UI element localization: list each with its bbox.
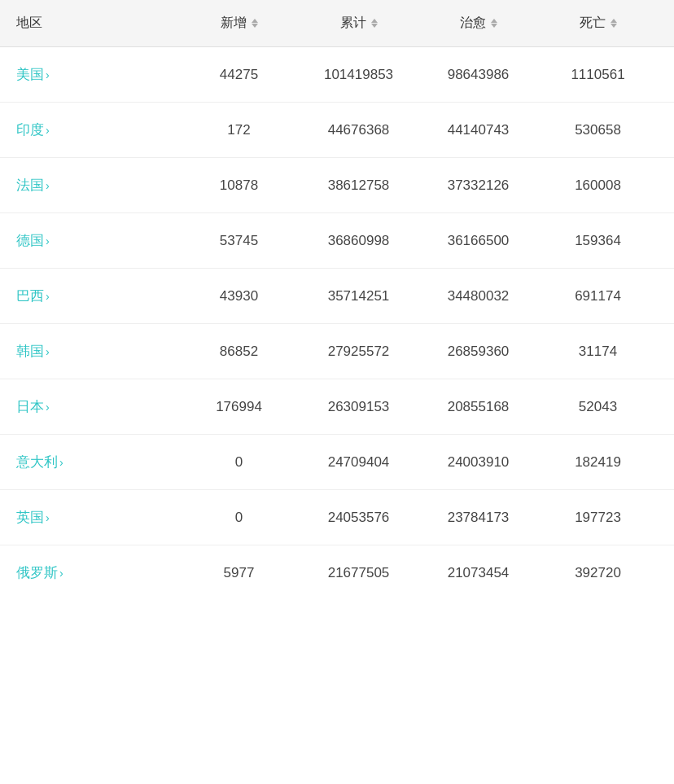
region-name: 英国 xyxy=(16,508,44,527)
region-name: 印度 xyxy=(16,120,44,139)
total-cases-cell: 26309153 xyxy=(299,399,418,415)
header-total[interactable]: 累计 xyxy=(299,15,418,32)
new-cases-cell: 0 xyxy=(179,454,299,471)
deaths-cell: 197723 xyxy=(538,510,658,526)
total-cases-cell: 27925572 xyxy=(299,344,418,360)
new-cases-cell: 44275 xyxy=(179,67,299,83)
sort-total-icon xyxy=(371,19,378,28)
region-name: 韩国 xyxy=(16,342,44,361)
region-name: 美国 xyxy=(16,65,44,84)
total-cases-cell: 21677505 xyxy=(299,565,418,581)
region-cell-0[interactable]: 美国 › xyxy=(16,65,179,84)
recovered-cell: 37332126 xyxy=(418,177,538,194)
region-cell-2[interactable]: 法国 › xyxy=(16,176,179,195)
sort-deaths-icon xyxy=(611,19,617,28)
deaths-cell: 52043 xyxy=(538,399,658,415)
new-cases-cell: 86852 xyxy=(179,344,299,360)
header-recovered[interactable]: 治愈 xyxy=(418,15,538,32)
recovered-cell: 23784173 xyxy=(418,510,538,526)
new-cases-cell: 43930 xyxy=(179,288,299,304)
recovered-cell: 98643986 xyxy=(418,67,538,83)
covid-table: 地区 新增 累计 治愈 死亡 xyxy=(0,0,674,600)
recovered-cell: 36166500 xyxy=(418,233,538,249)
total-cases-cell: 101419853 xyxy=(299,67,418,83)
region-cell-4[interactable]: 巴西 › xyxy=(16,287,179,305)
new-cases-cell: 5977 xyxy=(179,565,299,581)
total-cases-cell: 38612758 xyxy=(299,177,418,194)
region-name: 法国 xyxy=(16,176,44,195)
recovered-cell: 34480032 xyxy=(418,288,538,304)
region-name: 巴西 xyxy=(16,287,44,305)
chevron-right-icon: › xyxy=(46,68,50,81)
table-row: 俄罗斯 › 5977 21677505 21073454 392720 xyxy=(0,545,674,600)
region-cell-5[interactable]: 韩国 › xyxy=(16,342,179,361)
table-row: 印度 › 172 44676368 44140743 530658 xyxy=(0,103,674,158)
table-row: 日本 › 176994 26309153 20855168 52043 xyxy=(0,379,674,435)
region-cell-9[interactable]: 俄罗斯 › xyxy=(16,563,179,582)
deaths-cell: 392720 xyxy=(538,565,658,581)
chevron-right-icon: › xyxy=(59,567,63,580)
new-cases-cell: 10878 xyxy=(179,177,299,194)
table-row: 韩国 › 86852 27925572 26859360 31174 xyxy=(0,324,674,379)
chevron-right-icon: › xyxy=(46,179,50,192)
region-cell-7[interactable]: 意大利 › xyxy=(16,453,179,471)
new-cases-cell: 176994 xyxy=(179,399,299,415)
deaths-cell: 160008 xyxy=(538,177,658,194)
header-deaths[interactable]: 死亡 xyxy=(538,15,658,32)
table-row: 美国 › 44275 101419853 98643986 1110561 xyxy=(0,47,674,103)
table-row: 巴西 › 43930 35714251 34480032 691174 xyxy=(0,269,674,324)
sort-new-icon xyxy=(252,19,258,28)
deaths-cell: 530658 xyxy=(538,122,658,138)
deaths-cell: 1110561 xyxy=(538,67,658,83)
total-cases-cell: 24053576 xyxy=(299,510,418,526)
region-name: 意大利 xyxy=(16,453,58,471)
recovered-cell: 21073454 xyxy=(418,565,538,581)
chevron-right-icon: › xyxy=(59,456,63,469)
chevron-right-icon: › xyxy=(46,234,50,247)
total-cases-cell: 36860998 xyxy=(299,233,418,249)
recovered-cell: 26859360 xyxy=(418,344,538,360)
recovered-cell: 44140743 xyxy=(418,122,538,138)
region-name: 俄罗斯 xyxy=(16,563,58,582)
region-name: 德国 xyxy=(16,231,44,250)
total-cases-cell: 44676368 xyxy=(299,122,418,138)
chevron-right-icon: › xyxy=(46,511,50,524)
sort-recovered-icon xyxy=(491,19,497,28)
chevron-right-icon: › xyxy=(46,290,50,303)
region-cell-8[interactable]: 英国 › xyxy=(16,508,179,527)
total-cases-cell: 35714251 xyxy=(299,288,418,304)
recovered-cell: 24003910 xyxy=(418,454,538,471)
region-cell-3[interactable]: 德国 › xyxy=(16,231,179,250)
region-cell-1[interactable]: 印度 › xyxy=(16,120,179,139)
table-row: 英国 › 0 24053576 23784173 197723 xyxy=(0,490,674,545)
deaths-cell: 31174 xyxy=(538,344,658,360)
table-body: 美国 › 44275 101419853 98643986 1110561 印度… xyxy=(0,47,674,600)
new-cases-cell: 172 xyxy=(179,122,299,138)
deaths-cell: 691174 xyxy=(538,288,658,304)
header-region: 地区 xyxy=(16,15,179,32)
total-cases-cell: 24709404 xyxy=(299,454,418,471)
table-header: 地区 新增 累计 治愈 死亡 xyxy=(0,0,674,47)
table-row: 德国 › 53745 36860998 36166500 159364 xyxy=(0,213,674,269)
deaths-cell: 182419 xyxy=(538,454,658,471)
deaths-cell: 159364 xyxy=(538,233,658,249)
region-cell-6[interactable]: 日本 › xyxy=(16,397,179,416)
chevron-right-icon: › xyxy=(46,345,50,358)
recovered-cell: 20855168 xyxy=(418,399,538,415)
chevron-right-icon: › xyxy=(46,124,50,137)
header-new[interactable]: 新增 xyxy=(179,15,299,32)
new-cases-cell: 53745 xyxy=(179,233,299,249)
chevron-right-icon: › xyxy=(46,401,50,414)
region-name: 日本 xyxy=(16,397,44,416)
new-cases-cell: 0 xyxy=(179,510,299,526)
table-row: 法国 › 10878 38612758 37332126 160008 xyxy=(0,158,674,213)
table-row: 意大利 › 0 24709404 24003910 182419 xyxy=(0,435,674,490)
